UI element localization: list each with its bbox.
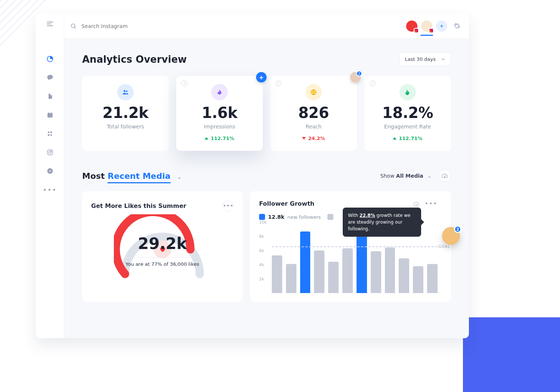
card-menu-button[interactable]: ••• — [425, 200, 438, 207]
nav-more[interactable]: ••• — [46, 186, 54, 193]
decorative-blue-rect — [463, 317, 560, 392]
download-button[interactable] — [438, 169, 451, 182]
nav-comments[interactable] — [46, 74, 54, 81]
likes-card: Get More Likes this Summer ••• 29.2k You… — [82, 191, 243, 302]
add-badge[interactable]: + — [256, 72, 267, 83]
svg-rect-1 — [47, 113, 53, 118]
kpi-row: 21.2k Total followers ? + 1.6k Impressio… — [82, 76, 451, 151]
nav-explore[interactable] — [46, 167, 54, 175]
bar[interactable] — [399, 258, 409, 293]
nav-documents[interactable] — [46, 93, 54, 100]
app-window: + Analytics Overview Last 30 days 21.2k — [36, 13, 469, 338]
bar[interactable] — [314, 251, 324, 293]
section-title: Most Recent Media ⌄ — [82, 171, 181, 181]
sidebar: ••• — [36, 13, 64, 338]
instagram-badge-icon — [429, 28, 434, 33]
collaborator-count: 2 — [454, 225, 461, 233]
legend-swatch — [259, 214, 265, 220]
plus-icon: + — [440, 24, 444, 29]
collaborator-avatar[interactable]: 2 — [442, 227, 460, 245]
account-avatar-user[interactable] — [421, 21, 432, 32]
account-avatar-brand[interactable] — [406, 21, 417, 32]
follower-growth-card: Follower Growth ••• 12.8k new followers — [250, 191, 451, 302]
growth-tooltip: With 22.8% growth rate we are steadily g… — [343, 208, 421, 237]
svg-point-13 — [124, 90, 125, 92]
lower-cards-row: Get More Likes this Summer ••• 29.2k You… — [82, 191, 451, 302]
svg-point-7 — [50, 134, 52, 136]
media-section-header: Most Recent Media ⌄ Show All Media ⌄ — [82, 169, 451, 182]
y-tick: 10k — [259, 220, 267, 225]
legend-swatch — [327, 214, 333, 220]
chevron-down-icon[interactable]: ⌄ — [177, 174, 182, 180]
nav-analytics[interactable] — [46, 55, 54, 63]
people-icon — [117, 84, 134, 100]
bar[interactable] — [286, 264, 296, 293]
svg-rect-3 — [51, 112, 52, 114]
settings-button[interactable] — [453, 22, 461, 30]
account-switcher: + — [406, 21, 447, 32]
collaborator-badge[interactable]: 2 — [350, 72, 361, 83]
bar[interactable] — [427, 264, 438, 293]
y-tick: 4k — [259, 262, 264, 267]
info-icon[interactable]: ? — [370, 80, 376, 86]
search-wrapper — [70, 23, 406, 29]
y-tick: 2k — [259, 277, 264, 281]
add-account-button[interactable]: + — [436, 21, 447, 32]
svg-rect-5 — [50, 131, 52, 133]
kpi-delta: 112.71% — [180, 136, 259, 141]
goal-label: GOAL — [438, 244, 450, 248]
nav-camera[interactable] — [46, 149, 54, 156]
main-content: Analytics Overview Last 30 days 21.2k To… — [64, 39, 469, 302]
cloud-download-icon[interactable] — [413, 200, 420, 207]
card-menu-button[interactable]: ••• — [223, 200, 234, 211]
svg-rect-6 — [48, 134, 50, 136]
bar[interactable] — [413, 266, 423, 293]
likes-gauge: 29.2k You are at 77% of 36,000 likes — [91, 214, 234, 267]
globe-icon — [305, 84, 322, 100]
kpi-value: 18.2% — [368, 104, 447, 121]
legend-value: 12.8k — [268, 214, 284, 220]
legend-label: new followers — [287, 214, 321, 220]
hand-icon — [399, 84, 416, 100]
y-tick: 8k — [259, 234, 264, 239]
likes-value: 29.2k — [138, 234, 187, 253]
kpi-value: 826 — [274, 104, 353, 121]
nav-apps[interactable] — [46, 130, 54, 137]
likes-subtext: You are at 77% of 36,000 likes — [125, 257, 199, 267]
bar[interactable] — [300, 231, 311, 293]
bar[interactable] — [272, 255, 282, 293]
kpi-label: Reach — [274, 124, 353, 130]
menu-icon[interactable] — [46, 20, 54, 28]
kpi-label: Engagement Rate — [368, 124, 447, 130]
badge-count: 2 — [356, 71, 362, 77]
section-filter[interactable]: Recent Media — [108, 171, 171, 183]
kpi-card-followers[interactable]: 21.2k Total followers — [82, 76, 169, 151]
kpi-label: Total followers — [86, 124, 165, 130]
kpi-delta: 112.71% — [368, 136, 447, 141]
topbar: + — [64, 13, 469, 39]
daterange-label: Last 30 days — [405, 56, 436, 62]
bar[interactable] — [371, 251, 381, 293]
kpi-value: 1.6k — [180, 104, 259, 121]
kpi-card-engagement[interactable]: ? 18.2% Engagement Rate 112.71% — [364, 76, 451, 151]
info-icon[interactable]: ? — [276, 80, 281, 86]
overview-titlebar: Analytics Overview Last 30 days — [82, 52, 451, 66]
kpi-label: Impressions — [180, 124, 259, 130]
daterange-select[interactable]: Last 30 days — [399, 52, 451, 66]
svg-point-10 — [51, 150, 52, 151]
search-icon — [70, 23, 77, 29]
kpi-card-impressions[interactable]: ? + 1.6k Impressions 112.71% — [176, 76, 263, 151]
kpi-card-reach[interactable]: ? 2 826 Reach 24.2% — [270, 76, 357, 151]
info-icon[interactable]: ? — [181, 80, 187, 86]
y-tick: 6k — [259, 248, 264, 253]
kpi-value: 21.2k — [86, 104, 165, 121]
bar[interactable] — [385, 248, 395, 293]
svg-rect-2 — [48, 112, 49, 114]
bar[interactable] — [328, 262, 339, 293]
goal-line — [272, 246, 438, 247]
svg-point-14 — [126, 90, 127, 92]
media-filter-select[interactable]: Show All Media ⌄ — [380, 173, 432, 179]
bar[interactable] — [342, 248, 353, 293]
search-input[interactable] — [81, 23, 178, 29]
nav-calendar[interactable] — [46, 111, 54, 119]
